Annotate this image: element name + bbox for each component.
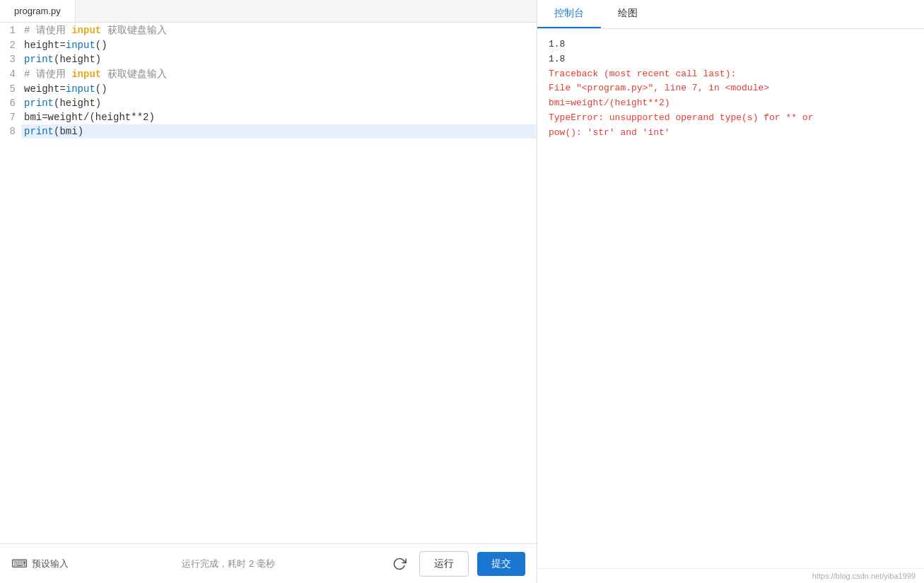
tab-bar: program.py	[0, 0, 537, 23]
keyboard-icon: ⌨	[11, 557, 28, 570]
line-number: 5	[0, 82, 21, 96]
console-line: 1.8	[549, 37, 913, 52]
line-number: 8	[0, 124, 21, 139]
code-token: # 请使用	[24, 69, 71, 80]
line-number: 1	[0, 23, 21, 38]
console-line: File "<program.py>", line 7, in <module>	[549, 81, 913, 96]
code-token: print	[24, 126, 54, 137]
line-content: height=input()	[21, 38, 537, 52]
table-row: 6print(height)	[0, 96, 537, 110]
line-number: 2	[0, 38, 21, 52]
preset-input-label: 预设输入	[32, 558, 69, 570]
code-token: input	[71, 69, 101, 80]
line-number: 3	[0, 52, 21, 66]
run-button[interactable]: 运行	[419, 551, 469, 577]
code-panel: program.py 1# 请使用 input 获取键盘输入2height=in…	[0, 0, 537, 583]
table-row: 2height=input()	[0, 38, 537, 52]
bottom-bar: ⌨ 预设输入 运行完成，耗时 2 毫秒 运行 提交	[0, 543, 537, 583]
right-tab-bar: 控制台 绘图	[537, 0, 924, 29]
table-row: 5weight=input()	[0, 82, 537, 96]
code-token: 获取键盘输入	[101, 69, 166, 80]
tab-console[interactable]: 控制台	[537, 0, 601, 28]
code-token: (height)	[54, 98, 101, 109]
line-number: 6	[0, 96, 21, 110]
code-token: height=	[24, 40, 66, 51]
console-line: pow(): 'str' and 'int'	[549, 126, 913, 141]
right-panel: 控制台 绘图 1.81.8Traceback (most recent call…	[537, 0, 924, 583]
preset-input-button[interactable]: ⌨ 预设输入	[11, 557, 69, 570]
line-content: print(height)	[21, 96, 537, 110]
console-line: TypeError: unsupported operand type(s) f…	[549, 111, 913, 126]
code-token: ()	[95, 83, 107, 95]
line-number: 7	[0, 110, 21, 124]
footer-url: https://blog.csdn.net/yiba1999	[537, 568, 924, 583]
code-lines: 1# 请使用 input 获取键盘输入2height=input()3print…	[0, 23, 537, 139]
run-status: 运行完成，耗时 2 毫秒	[77, 558, 380, 570]
code-token: (height)	[54, 54, 101, 65]
table-row: 8print(bmi)	[0, 124, 537, 139]
line-number: 4	[0, 66, 21, 82]
main-container: program.py 1# 请使用 input 获取键盘输入2height=in…	[0, 0, 924, 583]
code-token: weight=	[24, 83, 66, 95]
line-content: print(bmi)	[21, 124, 537, 139]
console-line: Traceback (most recent call last):	[549, 67, 913, 82]
code-token: print	[24, 54, 54, 65]
refresh-button[interactable]	[388, 553, 411, 575]
console-line: 1.8	[549, 52, 913, 67]
code-token: print	[24, 98, 54, 109]
submit-button[interactable]: 提交	[477, 552, 525, 576]
file-tab[interactable]: program.py	[0, 0, 76, 22]
line-content: print(height)	[21, 52, 537, 66]
tab-chart[interactable]: 绘图	[601, 0, 655, 28]
table-row: 3print(height)	[0, 52, 537, 66]
code-token: bmi	[59, 126, 77, 137]
line-content: # 请使用 input 获取键盘输入	[21, 66, 537, 82]
code-content: 1# 请使用 input 获取键盘输入2height=input()3print…	[0, 23, 537, 543]
code-token: # 请使用	[24, 25, 71, 36]
table-row: 7bmi=weight/(height**2)	[0, 110, 537, 124]
console-output: 1.81.8Traceback (most recent call last):…	[537, 29, 924, 568]
line-content: # 请使用 input 获取键盘输入	[21, 23, 537, 38]
code-token: input	[71, 25, 101, 36]
code-token: 获取键盘输入	[101, 25, 166, 36]
table-row: 4# 请使用 input 获取键盘输入	[0, 66, 537, 82]
code-token: input	[66, 83, 95, 95]
code-token: ()	[95, 40, 107, 51]
table-row: 1# 请使用 input 获取键盘输入	[0, 23, 537, 38]
line-content: bmi=weight/(height**2)	[21, 110, 537, 124]
code-token: )	[78, 126, 83, 137]
console-line: bmi=weight/(height**2)	[549, 96, 913, 111]
line-content: weight=input()	[21, 82, 537, 96]
code-token: input	[66, 40, 95, 51]
code-token: bmi=weight/(height**2)	[24, 112, 155, 123]
